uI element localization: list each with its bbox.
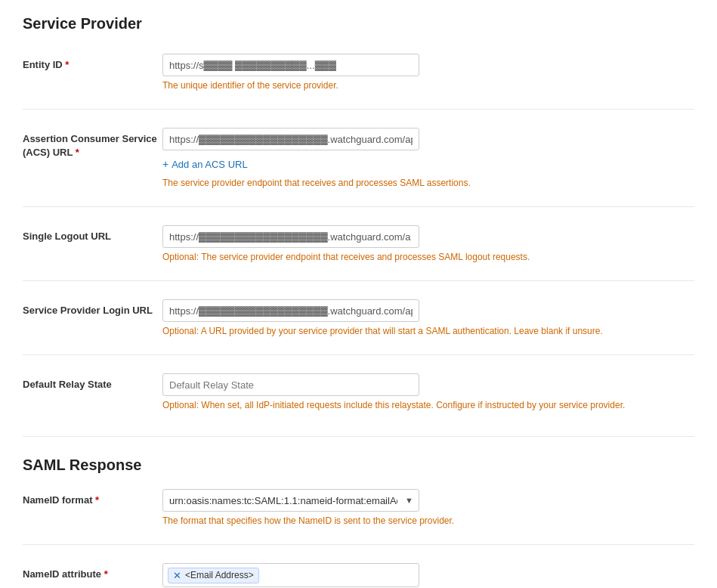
default-relay-state-row: Default Relay State Optional: When set, … (23, 373, 694, 418)
entity-id-label: Entity ID * (23, 54, 162, 72)
nameid-attribute-content: ✕ <Email Address> NameID is a SAML attri… (162, 563, 694, 588)
nameid-format-help: The format that specifies how the NameID… (162, 515, 694, 526)
sp-login-url-input[interactable] (162, 299, 419, 322)
acs-url-input[interactable] (162, 128, 419, 150)
default-relay-state-input[interactable] (162, 373, 419, 396)
single-logout-url-row: Single Logout URL Optional: The service … (23, 225, 694, 281)
single-logout-url-label: Single Logout URL (23, 225, 162, 243)
add-acs-url-link[interactable]: + Add an ACS URL (162, 158, 248, 170)
nameid-format-label: NameID format * (23, 489, 162, 507)
sp-login-url-row: Service Provider Login URL Optional: A U… (23, 299, 694, 355)
entity-id-input[interactable] (162, 54, 419, 76)
nameid-format-content: urn:oasis:names:tc:SAML:1.1:nameid-forma… (162, 489, 694, 526)
default-relay-state-label: Default Relay State (23, 373, 162, 391)
nameid-attribute-label: NameID attribute * (23, 563, 162, 581)
service-provider-title: Service Provider (23, 15, 694, 39)
nameid-format-select-wrapper: urn:oasis:names:tc:SAML:1.1:nameid-forma… (162, 489, 419, 512)
email-address-tag[interactable]: ✕ <Email Address> (168, 568, 259, 583)
default-relay-state-help: Optional: When set, all IdP-initiated re… (162, 400, 694, 410)
tag-label: <Email Address> (185, 570, 254, 580)
sp-login-url-content: Optional: A URL provided by your service… (162, 299, 694, 336)
acs-url-help: The service provider endpoint that recei… (162, 178, 694, 188)
default-relay-state-content: Optional: When set, all IdP-initiated re… (162, 373, 694, 410)
acs-url-row: Assertion Consumer Service (ACS) URL * +… (23, 128, 694, 207)
saml-response-section: SAML Response NameID format * urn:oasis:… (23, 436, 694, 588)
saml-response-title: SAML Response (23, 456, 694, 474)
acs-url-label: Assertion Consumer Service (ACS) URL * (23, 128, 162, 159)
plus-icon: + (162, 158, 168, 170)
acs-url-content: + Add an ACS URL The service provider en… (162, 128, 694, 188)
nameid-attribute-tag-container[interactable]: ✕ <Email Address> (162, 563, 419, 587)
tag-remove-icon[interactable]: ✕ (173, 570, 181, 581)
service-provider-section: Service Provider Entity ID * The unique … (23, 15, 694, 418)
single-logout-url-input[interactable] (162, 225, 419, 248)
single-logout-url-content: Optional: The service provider endpoint … (162, 225, 694, 262)
nameid-attribute-row: NameID attribute * ✕ <Email Address> Nam… (23, 563, 694, 588)
nameid-format-row: NameID format * urn:oasis:names:tc:SAML:… (23, 489, 694, 545)
sp-login-url-help: Optional: A URL provided by your service… (162, 326, 694, 336)
entity-id-row: Entity ID * The unique identifier of the… (23, 54, 694, 110)
single-logout-url-help: Optional: The service provider endpoint … (162, 252, 694, 262)
entity-id-help: The unique identifier of the service pro… (162, 80, 694, 91)
entity-id-content: The unique identifier of the service pro… (162, 54, 694, 91)
nameid-format-select[interactable]: urn:oasis:names:tc:SAML:1.1:nameid-forma… (162, 489, 419, 512)
sp-login-url-label: Service Provider Login URL (23, 299, 162, 317)
